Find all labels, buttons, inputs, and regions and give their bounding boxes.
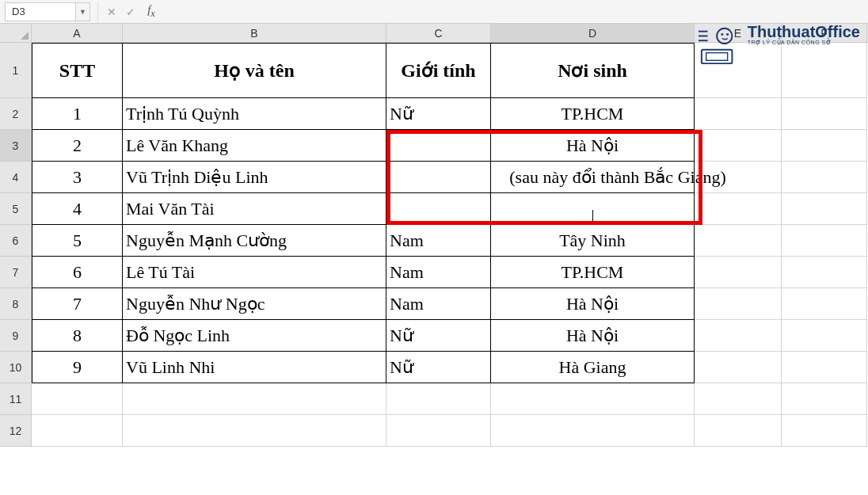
- cell-E11[interactable]: [695, 383, 782, 415]
- cell-F4[interactable]: [782, 162, 867, 193]
- cell-F9[interactable]: [782, 320, 867, 352]
- formula-bar-input[interactable]: [159, 2, 868, 21]
- cell-A7[interactable]: 6: [32, 257, 123, 288]
- cell-C3[interactable]: [386, 130, 491, 162]
- cell-D7[interactable]: TP.HCM: [491, 257, 695, 288]
- cell-B10[interactable]: Vũ Linh Nhi: [123, 352, 386, 383]
- cell-D3[interactable]: Hà Nội: [491, 130, 695, 162]
- row-header-6[interactable]: 6: [0, 225, 32, 257]
- row-header-9[interactable]: 9: [0, 320, 32, 352]
- cell-C10[interactable]: Nữ: [386, 352, 491, 383]
- cell-A3[interactable]: 2: [32, 130, 123, 162]
- col-header-D[interactable]: D: [491, 24, 695, 43]
- cell-B7[interactable]: Lê Tú Tài: [123, 257, 386, 288]
- cell-E8[interactable]: [695, 288, 782, 320]
- cell-A10[interactable]: 9: [32, 352, 123, 383]
- cell-A6[interactable]: 5: [32, 225, 123, 257]
- row-header-11[interactable]: 11: [0, 383, 32, 415]
- name-box-dropdown[interactable]: ▼: [76, 2, 90, 21]
- cell-B9[interactable]: Đỗ Ngọc Linh: [123, 320, 386, 352]
- cell-A12[interactable]: [32, 415, 123, 447]
- cell-A9[interactable]: 8: [32, 320, 123, 352]
- cell-C6[interactable]: Nam: [386, 225, 491, 257]
- col-header-B[interactable]: B: [123, 24, 386, 43]
- cell-A5[interactable]: 4: [32, 193, 123, 225]
- row-header-1[interactable]: 1: [0, 43, 32, 98]
- cell-C7[interactable]: Nam: [386, 257, 491, 288]
- row-7: 7 6 Lê Tú Tài Nam TP.HCM: [0, 257, 868, 288]
- cell-D5[interactable]: [491, 193, 695, 225]
- name-box[interactable]: D3: [5, 2, 76, 21]
- name-box-value: D3: [12, 6, 25, 17]
- cell-C2[interactable]: Nữ: [386, 98, 491, 130]
- cell-B4[interactable]: Vũ Trịnh Diệu Linh: [123, 162, 386, 193]
- row-header-3[interactable]: 3: [0, 130, 32, 162]
- cell-D6[interactable]: Tây Ninh: [491, 225, 695, 257]
- cell-F12[interactable]: [782, 415, 867, 447]
- cell-F11[interactable]: [782, 383, 867, 415]
- cell-F8[interactable]: [782, 288, 867, 320]
- col-header-A[interactable]: A: [32, 24, 123, 43]
- cancel-icon[interactable]: ✕: [102, 2, 121, 21]
- cell-B2[interactable]: Trịnh Tú Quỳnh: [123, 98, 386, 130]
- cell-D12[interactable]: [491, 415, 695, 447]
- fx-icon[interactable]: fx: [140, 2, 159, 21]
- row-8: 8 7 Nguyễn Như Ngọc Nam Hà Nội: [0, 288, 868, 320]
- cell-A2[interactable]: 1: [32, 98, 123, 130]
- cell-F10[interactable]: [782, 352, 867, 383]
- row-header-8[interactable]: 8: [0, 288, 32, 320]
- cell-A11[interactable]: [32, 383, 123, 415]
- cell-E6[interactable]: [695, 225, 782, 257]
- cell-A8[interactable]: 7: [32, 288, 123, 320]
- cell-E2[interactable]: [695, 98, 782, 130]
- cell-D9[interactable]: Hà Nội: [491, 320, 695, 352]
- cell-D1[interactable]: Nơi sinh: [491, 43, 695, 98]
- row-header-7[interactable]: 7: [0, 257, 32, 288]
- cell-B3[interactable]: Lê Văn Khang: [123, 130, 386, 162]
- cell-D8[interactable]: Hà Nội: [491, 288, 695, 320]
- cell-B11[interactable]: [123, 383, 386, 415]
- overflow-line1: Hà Nội: [566, 135, 619, 156]
- cell-C9[interactable]: Nữ: [386, 320, 491, 352]
- cell-F3[interactable]: [782, 130, 867, 162]
- cell-D11[interactable]: [491, 383, 695, 415]
- cell-E7[interactable]: [695, 257, 782, 288]
- cell-A1[interactable]: STT: [32, 43, 123, 98]
- enter-icon[interactable]: ✓: [121, 2, 140, 21]
- cell-C1[interactable]: Giới tính: [386, 43, 491, 98]
- row-10: 10 9 Vũ Linh Nhi Nữ Hà Giang: [0, 352, 868, 383]
- cell-E4[interactable]: [695, 162, 782, 193]
- cell-D4[interactable]: (sau này đổi thành Bắc Giang): [491, 162, 695, 193]
- cell-E10[interactable]: [695, 352, 782, 383]
- cell-C5[interactable]: [386, 193, 491, 225]
- cell-E3[interactable]: [695, 130, 782, 162]
- cell-F2[interactable]: [782, 98, 867, 130]
- cell-B6[interactable]: Nguyễn Mạnh Cường: [123, 225, 386, 257]
- cell-F7[interactable]: [782, 257, 867, 288]
- cell-B8[interactable]: Nguyễn Như Ngọc: [123, 288, 386, 320]
- row-header-5[interactable]: 5: [0, 193, 32, 225]
- row-header-10[interactable]: 10: [0, 352, 32, 383]
- cell-C4[interactable]: [386, 162, 491, 193]
- cell-C12[interactable]: [386, 415, 491, 447]
- row-header-4[interactable]: 4: [0, 162, 32, 193]
- cell-B5[interactable]: Mai Văn Tài: [123, 193, 386, 225]
- cell-B12[interactable]: [123, 415, 386, 447]
- cell-C11[interactable]: [386, 383, 491, 415]
- select-all-button[interactable]: [0, 24, 32, 43]
- watermark-logo: ThuthuatOffice TRỢ LÝ CỦA DÂN CÔNG SỞ: [697, 24, 860, 67]
- cell-B1[interactable]: Họ và tên: [123, 43, 386, 98]
- row-header-2[interactable]: 2: [0, 98, 32, 130]
- cell-A4[interactable]: 3: [32, 162, 123, 193]
- cell-E12[interactable]: [695, 415, 782, 447]
- col-header-C[interactable]: C: [386, 24, 491, 43]
- cell-D2[interactable]: TP.HCM: [491, 98, 695, 130]
- spreadsheet-grid[interactable]: A B C D E F 1 STT Họ và tên Giới tính Nơ…: [0, 24, 868, 447]
- cell-E9[interactable]: [695, 320, 782, 352]
- cell-D10[interactable]: Hà Giang: [491, 352, 695, 383]
- row-header-12[interactable]: 12: [0, 415, 32, 447]
- cell-E5[interactable]: [695, 193, 782, 225]
- cell-F5[interactable]: [782, 193, 867, 225]
- cell-F6[interactable]: [782, 225, 867, 257]
- cell-C8[interactable]: Nam: [386, 288, 491, 320]
